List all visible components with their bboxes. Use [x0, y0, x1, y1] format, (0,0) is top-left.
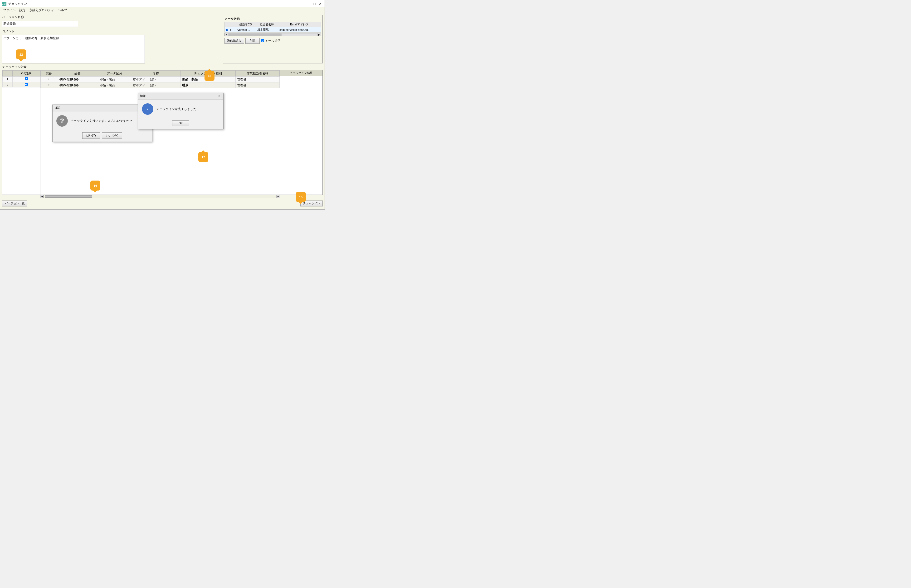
confirm-dialog-title: 確認: [55, 106, 60, 110]
mail-section-title: メール送信: [224, 17, 321, 21]
confirm-message: チェックインを行います。よろしいですか？: [71, 119, 133, 123]
cell-tantou-2: 管理者: [235, 82, 279, 88]
scroll-left-btn[interactable]: ◀: [224, 33, 228, 36]
version-list-button[interactable]: バージョン一覧: [2, 200, 28, 207]
col-tantou: 作業担当者名称: [235, 71, 279, 76]
checkin-left-panel: C/I対象 1 2: [2, 70, 41, 195]
table-row[interactable]: * NRW-NSR999 部品・製品 右ボディー（黒） 部品・製品 管理者: [41, 76, 280, 82]
row-num-1: 1: [3, 76, 13, 82]
minimize-button[interactable]: ─: [306, 2, 311, 6]
col-ci: C/I対象: [13, 71, 40, 76]
cell-hinban-1: NRW-NSR999: [57, 76, 98, 82]
yes-button[interactable]: はい(Y): [82, 132, 100, 139]
info-message: チェックインが完了しました。: [156, 107, 199, 111]
scroll-right-btn[interactable]: ▶: [317, 33, 321, 36]
mail-send-checkbox[interactable]: [261, 39, 264, 42]
version-input[interactable]: [2, 21, 78, 27]
cell-kubun-1: 部品・製品: [98, 76, 131, 82]
titlebar: Cell チェックイン ─ □ ✕: [0, 0, 324, 7]
mail-col-name: 担当者名称: [256, 22, 278, 27]
mail-table: 担当者CD 担当者名称 Emailアドレス ▶ 1 ryoma@... 坂本龍馬…: [224, 22, 321, 32]
mail-col-cd: 担当者CD: [235, 22, 256, 27]
info-dialog-titlebar: 情報 ✕: [138, 93, 223, 100]
cell-name-2: 右ボディー（黒）: [131, 82, 180, 88]
mail-col-email: Emailアドレス: [278, 22, 321, 27]
info-icon: i: [142, 103, 153, 115]
mail-send-checkbox-label[interactable]: メール送信: [261, 39, 280, 43]
ok-button[interactable]: OK: [172, 120, 189, 126]
close-button[interactable]: ✕: [318, 2, 323, 6]
confirm-dialog-footer: はい(Y) いいえ(N): [53, 131, 152, 142]
scroll-thumb: [45, 195, 92, 198]
app-icon: Cell: [2, 2, 6, 6]
cell-kubun-2: 部品・製品: [98, 82, 131, 88]
mail-section: メール送信 担当者CD 担当者名称 Emailアドレス ▶ 1 ry: [223, 15, 323, 63]
info-dialog: 情報 ✕ i チェックインが完了しました。 OK: [138, 93, 224, 129]
table-row[interactable]: * NRW-NSR999 部品・製品 右ボディー（黒） 構成 管理者: [41, 82, 280, 88]
version-label: バージョン名称: [2, 15, 221, 19]
table-scrollbar-h[interactable]: [44, 195, 277, 198]
question-icon: ?: [56, 115, 68, 127]
mail-row-arrow: ▶ 1: [225, 27, 235, 32]
checkin-target-section: チェックイン対象 C/I対象: [2, 65, 323, 198]
no-button[interactable]: いいえ(N): [102, 132, 122, 139]
cell-seiban-2: *: [41, 82, 57, 88]
menu-persistence[interactable]: 永続化プロパティ: [28, 8, 56, 13]
mail-col-empty: [225, 22, 235, 27]
comment-textarea[interactable]: パターンカラー追加の為、新規追加登録: [2, 35, 145, 63]
confirm-dialog-body: ? チェックインを行います。よろしいですか？: [53, 111, 152, 131]
titlebar-buttons: ─ □ ✕: [306, 2, 323, 6]
info-dialog-footer: OK: [138, 118, 223, 129]
row-num-2: 2: [3, 82, 13, 87]
info-dialog-body: i チェックインが完了しました。: [138, 100, 223, 118]
mail-controls: 送信先追加 削除 メール送信: [224, 38, 321, 44]
add-recipient-button[interactable]: 送信先追加: [224, 38, 244, 44]
checkin-target-title: チェックイン対象: [2, 65, 323, 69]
col-checkout-type: チェックアウト種別: [180, 71, 235, 76]
mail-row-cd: ryoma@...: [235, 27, 256, 32]
ci-checkbox-1[interactable]: [25, 77, 28, 80]
checkin-button[interactable]: チェックイン: [300, 200, 323, 207]
table-row[interactable]: 1: [3, 76, 40, 82]
window-title: チェックイン: [8, 2, 306, 6]
cell-name-1: 右ボディー（黒）: [131, 76, 180, 82]
checkin-table-container: C/I対象 1 2: [2, 70, 323, 195]
table-scroll-container: ◀ ▶: [2, 195, 323, 198]
row-check-1[interactable]: [13, 76, 40, 82]
cell-seiban-1: *: [41, 76, 57, 82]
col-hinban: 品番: [57, 71, 98, 76]
mail-row-name: 坂本龍馬: [256, 27, 278, 32]
col-num: [3, 71, 13, 76]
app-icon-label: Cell: [2, 2, 7, 5]
info-dialog-title: 情報: [140, 94, 146, 98]
result-header: チェックイン結果: [280, 70, 323, 76]
mail-row[interactable]: ▶ 1 ryoma@... 坂本龍馬 celb-service@class.co…: [225, 27, 321, 32]
maximize-button[interactable]: □: [312, 2, 317, 6]
mail-row-email: celb-service@class.co...: [278, 27, 321, 32]
result-content: [280, 76, 323, 124]
menubar: ファイル 設定 永続化プロパティ ヘルプ: [0, 7, 324, 13]
menu-help[interactable]: ヘルプ: [56, 8, 69, 13]
ci-checkbox-2[interactable]: [25, 83, 28, 86]
col-seiban: 製番: [41, 71, 57, 76]
menu-settings[interactable]: 設定: [17, 8, 28, 13]
version-comment-area: バージョン名称 コメント パターンカラー追加の為、新規追加登録: [2, 15, 221, 63]
mail-send-label: メール送信: [265, 39, 280, 43]
table-row[interactable]: 2: [3, 82, 40, 87]
info-close-button[interactable]: ✕: [217, 94, 221, 99]
checkin-main-table: 製番 品番 データ区分 名称 チェックアウト種別 作業担当者名称 *: [41, 70, 280, 88]
comment-label: コメント: [2, 29, 221, 34]
menu-file[interactable]: ファイル: [1, 8, 17, 13]
table-scroll-left[interactable]: ◀: [40, 195, 44, 198]
row-check-2[interactable]: [13, 82, 40, 87]
bottom-bar: バージョン一覧 チェックイン: [2, 200, 323, 207]
delete-recipient-button[interactable]: 削除: [245, 38, 260, 44]
confirm-dialog-titlebar: 確認 ✕: [53, 105, 152, 111]
cell-tantou-1: 管理者: [235, 76, 279, 82]
col-name: 名称: [131, 71, 180, 76]
checkin-result-panel: チェックイン結果: [280, 70, 323, 195]
cell-type-2: 構成: [180, 82, 235, 88]
table-scroll-right[interactable]: ▶: [277, 195, 280, 198]
checkin-left-table: C/I対象 1 2: [2, 70, 40, 87]
mail-scrollbar[interactable]: [228, 33, 317, 36]
